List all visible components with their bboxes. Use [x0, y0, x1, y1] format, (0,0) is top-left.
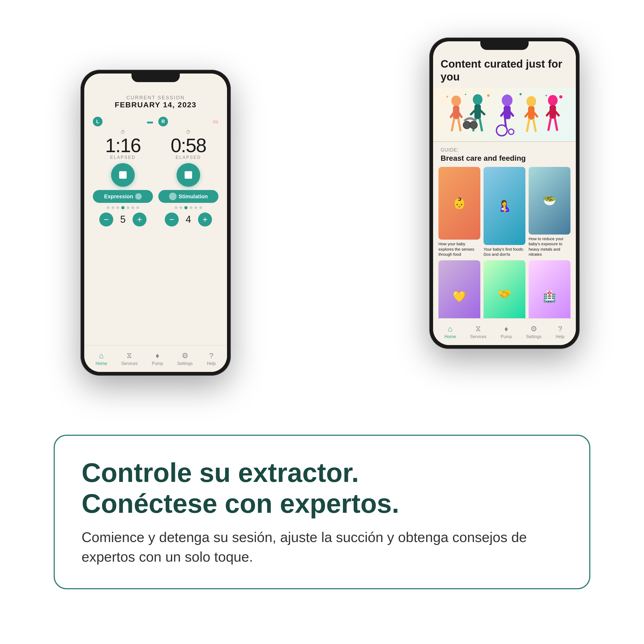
svg-point-38: [559, 95, 562, 98]
timer-right-label: ELAPSED: [171, 155, 206, 160]
nav-home-right[interactable]: ⌂ Home: [444, 325, 456, 339]
nav-services-label: Services: [121, 361, 138, 366]
headline-line1: Controle su extractor.: [82, 458, 359, 488]
dot: [175, 206, 177, 209]
svg-line-13: [480, 119, 482, 130]
pump-icon-right: ♦: [504, 325, 508, 333]
timer-right: ⏱ 0:58 ELAPSED: [171, 130, 206, 160]
article-card-3[interactable]: 🥗 How to reduce your baby's exposure to …: [529, 167, 570, 257]
guide-title: Breast care and feeding: [433, 154, 576, 167]
headline-line2: Conéctese con expertos.: [82, 488, 399, 518]
pump-controls: L ▬ ⏱ 1:16 ELAPSED: [93, 117, 218, 367]
session-label: CURRENT SESSION: [126, 95, 185, 101]
battery-right-icon: ▭: [213, 118, 218, 125]
decrease-left-btn[interactable]: −: [99, 213, 113, 226]
increase-left-btn[interactable]: +: [133, 213, 147, 226]
pump-side-left: L ▬ ⏱ 1:16 ELAPSED: [93, 117, 153, 367]
article-thumb-5: 🤝: [484, 260, 525, 328]
dot: [131, 206, 134, 209]
svg-point-0: [451, 96, 461, 106]
svg-point-36: [487, 94, 490, 97]
level-right-value: 4: [183, 214, 194, 225]
dot: [180, 206, 182, 209]
dot: [190, 206, 192, 209]
dot-active: [184, 206, 188, 209]
expression-mode-btn[interactable]: Expression: [93, 190, 153, 203]
decrease-right-btn[interactable]: −: [165, 213, 179, 226]
nav-settings-right-label: Settings: [526, 334, 541, 339]
battery-left-icon: ▬: [147, 118, 153, 125]
phone-right-notch: [480, 41, 529, 50]
dot: [127, 206, 129, 209]
right-badge: R: [158, 117, 168, 126]
article-card-2[interactable]: 🤱 Your baby's first foods: Dos and don't…: [484, 167, 525, 257]
level-controls-right: − 4 +: [158, 213, 218, 226]
side-header-left: L ▬: [93, 117, 153, 126]
nav-services-left[interactable]: ⧖ Services: [121, 351, 138, 366]
nav-home-label: Home: [96, 361, 107, 366]
svg-line-22: [505, 119, 506, 126]
nav-help-right[interactable]: ? Help: [556, 325, 565, 339]
svg-point-30: [548, 95, 558, 106]
nav-pump-left[interactable]: ♦ Pump: [152, 352, 163, 366]
bottom-nav-right: ⌂ Home ⧖ Services ♦ Pump ⚙ Settings: [433, 318, 576, 345]
svg-text:✦: ✦: [464, 93, 467, 96]
pump-side-right: R ▭ ⏱ 0:58 ELAPSED: [158, 117, 218, 367]
stop-button-right[interactable]: [177, 163, 200, 187]
nav-home-right-label: Home: [444, 334, 456, 339]
timer-left: ⏱ 1:16 ELAPSED: [105, 130, 141, 160]
subtext: Comience y detenga su sesión, ajuste la …: [82, 528, 562, 567]
session-date: FEBRUARY 14, 2023: [115, 101, 197, 109]
pump-icon: ♦: [156, 352, 159, 360]
article-thumb-3: 🥗: [529, 167, 570, 235]
phone-right-screen: Content curated just for you: [433, 41, 576, 345]
nav-settings-label: Settings: [177, 361, 193, 366]
svg-point-24: [526, 96, 536, 107]
home-icon: ⌂: [99, 352, 104, 360]
phones-section: CURRENT SESSION FEBRUARY 14, 2023 L ▬ ⏱ …: [27, 21, 617, 419]
svg-line-34: [548, 119, 551, 130]
timer-right-value: 0:58: [171, 136, 206, 155]
nav-home-left[interactable]: ⌂ Home: [96, 352, 107, 366]
dot: [112, 206, 114, 209]
nav-pump-right-label: Pump: [501, 334, 512, 339]
settings-icon: ⚙: [182, 351, 188, 360]
content-title: Content curated just for you: [441, 57, 568, 83]
timer-left-value: 1:16: [105, 136, 141, 155]
svg-point-21: [508, 129, 514, 134]
article-text-1: How your baby explores the senses throug…: [438, 241, 480, 257]
nav-settings-left[interactable]: ⚙ Settings: [177, 351, 193, 366]
stop-icon-right: [185, 171, 192, 179]
svg-line-23: [506, 126, 507, 129]
mode-indicator-right: [169, 193, 177, 200]
article-card-1[interactable]: 👶 How your baby explores the senses thro…: [438, 167, 480, 257]
nav-help-right-label: Help: [556, 334, 565, 339]
nav-services-right[interactable]: ⧖ Services: [470, 324, 486, 339]
guide-label: GUIDE:: [433, 144, 576, 154]
phone-left-notch: [131, 74, 180, 82]
nav-help-left[interactable]: ? Help: [207, 352, 216, 366]
clock-left-icon: ⏱: [105, 130, 141, 135]
clock-right-icon: ⏱: [171, 130, 206, 135]
divider: [433, 141, 576, 142]
dot: [107, 206, 109, 209]
home-icon-right: ⌂: [448, 325, 452, 333]
nav-settings-right[interactable]: ⚙ Settings: [526, 324, 541, 339]
dot: [116, 206, 119, 209]
increase-right-btn[interactable]: +: [198, 213, 212, 226]
article-thumb-1: 👶: [438, 167, 480, 240]
phone-right: Content curated just for you: [429, 38, 580, 349]
phone-left: CURRENT SESSION FEBRUARY 14, 2023 L ▬ ⏱ …: [81, 70, 231, 376]
help-icon-right: ?: [558, 325, 562, 333]
bottom-nav-left: ⌂ Home ⧖ Services ♦ Pump ⚙ Settings: [84, 345, 227, 372]
svg-point-14: [463, 121, 471, 129]
nav-pump-right[interactable]: ♦ Pump: [501, 325, 512, 339]
stimulation-mode-btn[interactable]: Stimulation: [158, 190, 218, 203]
svg-text:✦: ✦: [545, 93, 548, 98]
stop-button-left[interactable]: [111, 163, 135, 187]
dot: [195, 206, 197, 209]
side-header-right: R ▭: [158, 117, 218, 126]
svg-line-35: [555, 119, 557, 130]
phone-left-screen: CURRENT SESSION FEBRUARY 14, 2023 L ▬ ⏱ …: [84, 74, 227, 372]
pump-screen: CURRENT SESSION FEBRUARY 14, 2023 L ▬ ⏱ …: [84, 74, 227, 372]
